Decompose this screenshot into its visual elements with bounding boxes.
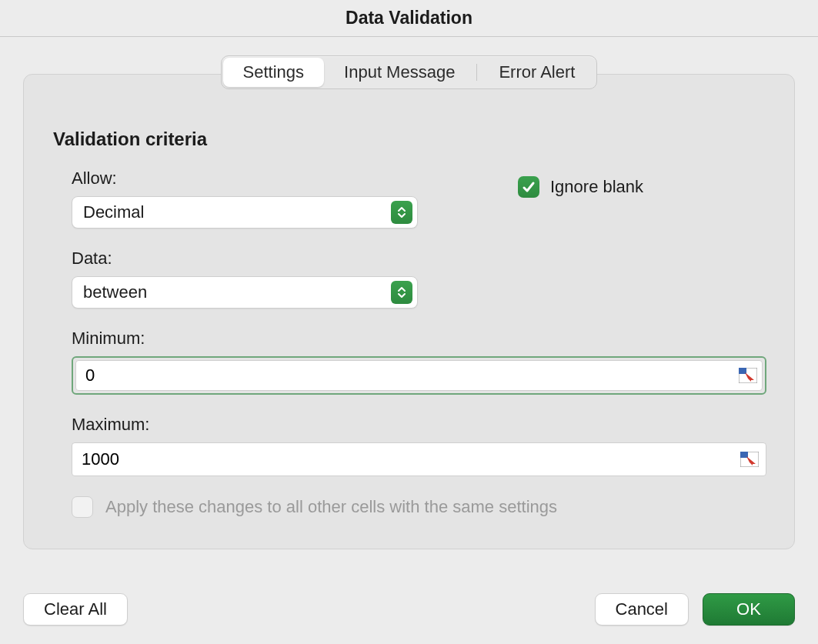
tab-error-alert[interactable]: Error Alert [479,58,595,87]
tab-group: Settings Input Message Error Alert [221,55,598,89]
minimum-input-wrap [72,356,766,395]
minimum-label: Minimum: [72,329,766,349]
settings-panel: Validation criteria Allow: Decimal Ignor… [23,74,795,549]
allow-select[interactable]: Decimal [72,196,418,229]
minimum-input[interactable] [75,360,763,391]
apply-all-checkbox: Apply these changes to all other cells w… [72,496,766,518]
form-body: Allow: Decimal Ignore blank Data: betwee… [52,169,766,518]
tab-bar: Settings Input Message Error Alert [0,55,818,89]
ignore-blank-checkbox[interactable]: Ignore blank [518,176,643,198]
tab-separator [476,64,477,81]
ignore-blank-label: Ignore blank [550,177,643,197]
range-picker-icon[interactable] [739,368,757,383]
select-stepper-icon [391,201,412,224]
apply-all-label: Apply these changes to all other cells w… [105,497,557,517]
allow-label: Allow: [72,169,766,189]
validation-criteria-heading: Validation criteria [53,128,766,150]
dialog-title: Data Validation [346,8,472,28]
allow-select-value: Decimal [83,202,144,222]
cancel-button[interactable]: Cancel [595,593,689,626]
maximum-label: Maximum: [72,415,766,435]
dialog-titlebar: Data Validation [0,0,818,37]
dialog-footer: Clear All Cancel OK [0,593,818,626]
data-select[interactable]: between [72,276,418,309]
tab-settings[interactable]: Settings [223,58,325,87]
range-picker-icon[interactable] [740,452,759,467]
checkmark-icon [518,176,539,198]
maximum-input-wrap [72,442,766,476]
clear-all-button[interactable]: Clear All [23,593,128,626]
checkbox-empty-icon [72,496,93,518]
ok-button[interactable]: OK [703,593,795,626]
maximum-input[interactable] [72,442,766,476]
data-select-value: between [83,282,147,302]
tab-input-message[interactable]: Input Message [324,58,475,87]
data-label: Data: [72,249,766,269]
select-stepper-icon [391,281,412,304]
